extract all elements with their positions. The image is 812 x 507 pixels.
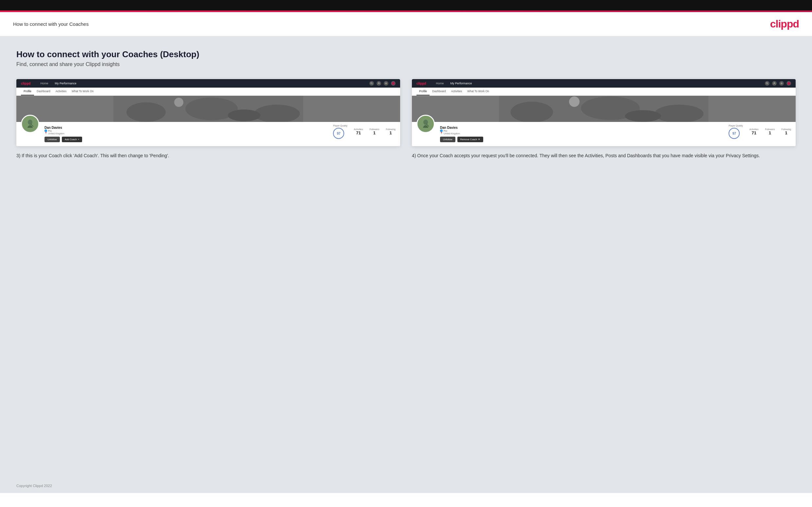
stat-followers-label-left: Followers <box>369 128 379 130</box>
mini-nav-myperformance-left[interactable]: My Performance <box>55 82 76 85</box>
stat-activities-right: Activities 71 <box>750 128 759 135</box>
tab-what-to-work-on-right[interactable]: What To Work On <box>465 88 492 96</box>
stat-followers-left: Followers 1 <box>369 128 379 135</box>
profile-badge-right: ✓ Pro <box>440 129 723 132</box>
copyright-text: Copyright Clippd 2022 <box>16 484 52 488</box>
page-breadcrumb: How to connect with your Coaches <box>13 21 89 27</box>
svg-point-18 <box>788 82 790 84</box>
tab-what-to-work-on-left[interactable]: What To Work On <box>69 88 96 96</box>
profile-badge-label-right: Pro <box>444 130 447 132</box>
tab-dashboard-left[interactable]: Dashboard <box>34 88 53 96</box>
stat-following-left: Following 1 <box>386 128 396 135</box>
caption-right: 4) Once your Coach accepts your request … <box>412 152 796 159</box>
user-icon-right[interactable] <box>772 81 777 86</box>
svg-line-1 <box>372 84 373 84</box>
stat-followers-value-left: 1 <box>369 130 379 135</box>
svg-point-4 <box>392 82 395 84</box>
tab-activities-right[interactable]: Activities <box>449 88 465 96</box>
profile-actions-left: Unfollow Add Coach + <box>45 136 328 142</box>
screenshot-frame-right: clippd Home My Performance <box>412 79 796 146</box>
check-icon-left: ✓ <box>45 129 47 132</box>
settings-icon[interactable] <box>384 81 388 86</box>
x-icon: ✕ <box>478 138 480 141</box>
remove-coach-button[interactable]: Remove Coach ✕ <box>457 136 484 142</box>
stat-following-label-right: Following <box>781 128 791 130</box>
location-icon-right: 📍 <box>440 132 443 135</box>
avatar-wrap-left <box>21 115 39 133</box>
profile-actions-right: Unfollow Remove Coach ✕ <box>440 136 723 142</box>
stats-row-right: Player Quality 97 Activities 71 Follower… <box>728 124 791 139</box>
avatar-right <box>416 115 435 133</box>
svg-point-26 <box>423 120 428 125</box>
screenshot-block-right: clippd Home My Performance <box>412 79 796 159</box>
location-text-right: United Kingdom <box>444 132 460 135</box>
profile-badge-left: ✓ Pro <box>45 129 328 132</box>
stat-following-label-left: Following <box>386 128 396 130</box>
mini-nav-home-right[interactable]: Home <box>436 82 444 85</box>
page-heading: How to connect with your Coaches (Deskto… <box>16 49 796 59</box>
mini-nav-icons-right <box>765 81 791 86</box>
svg-point-17 <box>781 83 782 84</box>
mini-nav-icons-left <box>369 81 396 86</box>
location-text-left: United Kingdom <box>48 132 64 135</box>
stat-activities-left: Activities 71 <box>354 128 363 135</box>
mini-tabs-left: Profile Dashboard Activities What To Wor… <box>16 88 400 96</box>
stat-followers-label-right: Followers <box>765 128 775 130</box>
stat-following-right: Following 1 <box>781 128 791 135</box>
banner-overlay-right <box>412 96 796 122</box>
unfollow-button-right[interactable]: Unfollow <box>440 136 455 142</box>
profile-info-right: Dan Davies ✓ Pro 📍 United Kingdom Unfoll… <box>412 122 796 146</box>
location-icon-left: 📍 <box>45 132 47 135</box>
caption-left: 3) If this is your Coach click 'Add Coac… <box>16 152 400 159</box>
profile-details-right: Dan Davies ✓ Pro 📍 United Kingdom Unfoll… <box>440 124 723 142</box>
mini-nav-left: clippd Home My Performance <box>16 79 400 88</box>
player-quality-right: Player Quality 97 <box>728 124 743 139</box>
svg-point-3 <box>386 83 387 84</box>
mini-logo-right: clippd <box>416 82 426 85</box>
tab-profile-right[interactable]: Profile <box>416 88 429 96</box>
page-subheading: Find, connect and share your Clippd insi… <box>16 61 796 67</box>
user-icon[interactable] <box>376 81 381 86</box>
profile-badge-label-left: Pro <box>48 130 52 132</box>
profile-info-left: Dan Davies ✓ Pro 📍 United Kingdom Unfoll… <box>16 122 400 146</box>
mini-tabs-right: Profile Dashboard Activities What To Wor… <box>412 88 796 96</box>
avatar-icon-right[interactable] <box>786 81 791 86</box>
screenshots-row: clippd Home My Performance <box>16 79 796 159</box>
pq-label-right: Player Quality <box>728 124 743 127</box>
add-coach-button[interactable]: Add Coach + <box>62 136 83 142</box>
tab-profile-left[interactable]: Profile <box>21 88 34 96</box>
stat-activities-label-right: Activities <box>750 128 759 130</box>
screenshot-frame-left: clippd Home My Performance <box>16 79 400 146</box>
mini-nav-home-left[interactable]: Home <box>40 82 48 85</box>
stat-activities-value-left: 71 <box>354 130 363 135</box>
svg-point-12 <box>28 120 33 125</box>
stat-following-value-left: 1 <box>386 130 396 135</box>
stat-activities-label-left: Activities <box>354 128 363 130</box>
settings-icon-right[interactable] <box>779 81 784 86</box>
svg-point-0 <box>371 82 372 84</box>
profile-name-left: Dan Davies <box>45 126 328 129</box>
avatar-left <box>21 115 39 133</box>
top-bar <box>0 0 812 10</box>
stat-followers-right: Followers 1 <box>765 128 775 135</box>
mini-nav-myperformance-right[interactable]: My Performance <box>450 82 472 85</box>
profile-banner-right <box>412 96 796 122</box>
plus-icon: + <box>78 138 79 141</box>
mini-logo-left: clippd <box>21 82 31 85</box>
tab-dashboard-right[interactable]: Dashboard <box>429 88 449 96</box>
tab-activities-left[interactable]: Activities <box>53 88 69 96</box>
footer: Copyright Clippd 2022 <box>0 478 812 493</box>
search-icon[interactable] <box>369 81 374 86</box>
profile-banner-left <box>16 96 400 122</box>
unfollow-button-left[interactable]: Unfollow <box>45 136 60 142</box>
player-quality-left: Player Quality 97 <box>333 124 347 139</box>
header: How to connect with your Coaches clippd <box>0 12 812 36</box>
profile-location-right: 📍 United Kingdom <box>440 132 723 135</box>
pq-label-left: Player Quality <box>333 124 347 127</box>
pq-circle-right: 97 <box>728 128 740 139</box>
avatar-wrap-right <box>416 115 435 133</box>
avatar-icon[interactable] <box>391 81 396 86</box>
search-icon-right[interactable] <box>765 81 769 86</box>
stat-following-value-right: 1 <box>781 130 791 135</box>
main-content: How to connect with your Coaches (Deskto… <box>0 36 812 478</box>
